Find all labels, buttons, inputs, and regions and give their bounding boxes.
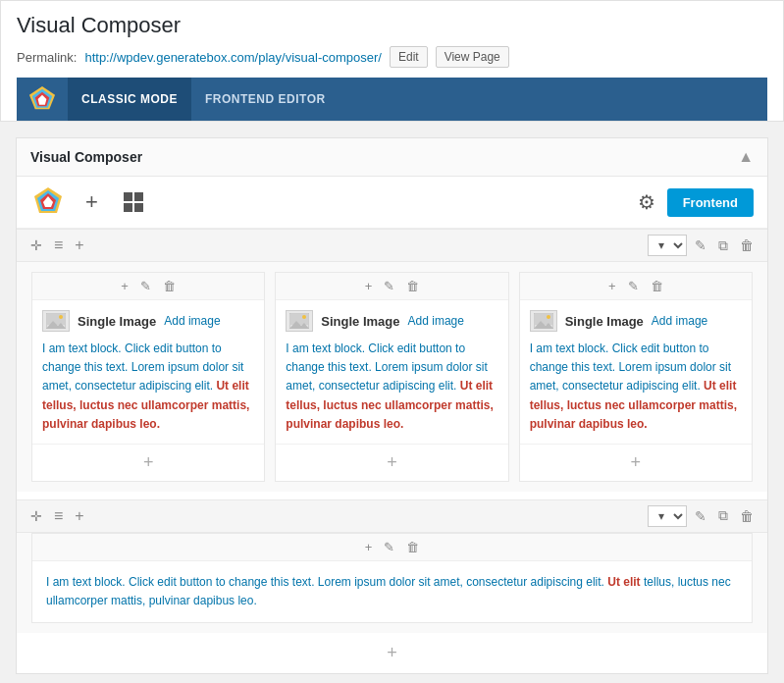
- bottom-add-icon: +: [387, 643, 397, 663]
- vc-toolbar: + ⚙ Frontend: [17, 177, 767, 229]
- col1-element-title: Single Image: [78, 314, 156, 329]
- clone-icon: ⧉: [718, 237, 728, 254]
- vc-logo: [17, 78, 68, 121]
- edit-button[interactable]: Edit: [390, 46, 428, 68]
- row2-list-button[interactable]: ≡: [50, 505, 67, 527]
- col2-add-image-link[interactable]: Add image: [408, 314, 464, 328]
- col3-add-image-link[interactable]: Add image: [652, 314, 707, 328]
- frontend-button[interactable]: Frontend: [667, 188, 754, 217]
- permalink-bar: Permalink: http://wpdev.generatebox.com/…: [17, 46, 767, 68]
- grid-icon: [122, 190, 145, 214]
- svg-point-23: [547, 315, 550, 319]
- columns-container: + ✎ 🗑 Single I: [17, 262, 767, 492]
- grid-layout-button[interactable]: [118, 186, 149, 218]
- row1-controls: ✛ ≡ + ▾ ✎ ⧉ 🗑: [17, 229, 767, 262]
- col2-text-highlight: Ut elit tellus, luctus nec ullamcorper m…: [286, 379, 493, 430]
- image-icon-3: [530, 310, 557, 332]
- col1-edit-button[interactable]: ✎: [137, 278, 154, 294]
- col1-delete-button[interactable]: 🗑: [160, 278, 179, 294]
- col1-add-bottom[interactable]: +: [32, 445, 264, 481]
- edit-icon: ✎: [695, 237, 706, 253]
- col3-element-title: Single Image: [565, 314, 644, 329]
- toolbar-left: +: [30, 184, 149, 220]
- row-move-button[interactable]: ✛: [26, 236, 46, 255]
- vc-panel: Visual Composer ▲ +: [16, 137, 768, 674]
- col2-image-element: Single Image Add image I am text block. …: [276, 300, 507, 445]
- permalink-label: Permalink:: [17, 50, 77, 65]
- column-1: + ✎ 🗑 Single I: [31, 272, 265, 482]
- view-page-button[interactable]: View Page: [436, 46, 509, 68]
- row2-trash-icon: 🗑: [740, 508, 754, 524]
- panel-title: Visual Composer: [30, 149, 142, 165]
- col3-delete-button[interactable]: 🗑: [648, 278, 666, 294]
- row2-move-icon: ✛: [30, 508, 42, 524]
- col1-controls: + ✎ 🗑: [32, 273, 264, 300]
- col3-add-button[interactable]: +: [605, 278, 619, 294]
- svg-rect-8: [124, 192, 132, 201]
- row-list-button[interactable]: ≡: [50, 235, 67, 256]
- col1-image-element: Single Image Add image I am text block. …: [32, 300, 264, 445]
- svg-rect-9: [134, 192, 143, 201]
- row2-clone-button[interactable]: ⧉: [714, 505, 732, 526]
- col3-image-element: Single Image Add image I am text block. …: [520, 300, 752, 445]
- frontend-editor-tab[interactable]: FRONTEND EDITOR: [191, 78, 340, 121]
- col1-add-button[interactable]: +: [118, 278, 131, 294]
- row-add-icon: +: [75, 236, 83, 254]
- add-element-button[interactable]: +: [81, 185, 102, 219]
- page-title: Visual Composer: [17, 13, 767, 38]
- collapse-button[interactable]: ▲: [738, 148, 754, 166]
- row2-add-button[interactable]: +: [71, 505, 87, 527]
- row-add-button[interactable]: +: [71, 235, 87, 256]
- col3-text-content: I am text block. Click edit button to ch…: [530, 340, 742, 434]
- col1-add-image-link[interactable]: Add image: [164, 314, 220, 328]
- gear-icon: ⚙: [638, 190, 655, 214]
- row2-text-highlight: Ut elit: [607, 575, 640, 589]
- settings-button[interactable]: ⚙: [634, 186, 659, 218]
- permalink-url[interactable]: http://wpdev.generatebox.com/play/visual…: [84, 50, 382, 65]
- col3-edit-button[interactable]: ✎: [625, 278, 642, 294]
- row2-edit-button[interactable]: ✎: [691, 506, 710, 526]
- row-dropdown[interactable]: ▾: [648, 235, 687, 256]
- row2-inner-add[interactable]: +: [362, 539, 376, 555]
- col2-add-button[interactable]: +: [362, 278, 376, 294]
- col1-text-content: I am text block. Click edit button to ch…: [42, 340, 254, 434]
- row2-move-button[interactable]: ✛: [26, 506, 46, 526]
- col2-edit-button[interactable]: ✎: [381, 278, 397, 294]
- col3-text-highlight: Ut elit tellus, luctus nec ullamcorper m…: [530, 379, 737, 430]
- col3-element-header: Single Image Add image: [530, 310, 742, 332]
- svg-point-15: [59, 315, 63, 319]
- app-wrapper: Visual Composer Permalink: http://wpdev.…: [0, 0, 784, 674]
- toolbar-right: ⚙ Frontend: [634, 186, 754, 218]
- panel-header: Visual Composer ▲: [17, 138, 767, 177]
- row2-controls: ✛ ≡ + ▾ ✎ ⧉ 🗑: [17, 499, 767, 533]
- row2-inner-delete[interactable]: 🗑: [403, 539, 422, 555]
- col1-element-header: Single Image Add image: [42, 310, 254, 332]
- row-clone-button[interactable]: ⧉: [714, 236, 732, 256]
- row-right-controls: ▾ ✎ ⧉ 🗑: [648, 235, 758, 256]
- row-edit-button[interactable]: ✎: [691, 236, 710, 255]
- row2-delete-button[interactable]: 🗑: [736, 506, 758, 526]
- vc-logo-icon: [26, 83, 58, 115]
- col2-text-content: I am text block. Click edit button to ch…: [286, 340, 497, 434]
- row2-container: + ✎ 🗑 I am text block. Click edit button…: [17, 533, 767, 633]
- row2-list-icon: ≡: [54, 507, 63, 525]
- page-header: Visual Composer Permalink: http://wpdev.…: [0, 0, 784, 122]
- col3-add-bottom[interactable]: +: [520, 445, 752, 481]
- row2-text-content: I am text block. Click edit button to ch…: [32, 561, 752, 622]
- image-icon-1: [42, 310, 70, 332]
- row-delete-button[interactable]: 🗑: [736, 236, 758, 255]
- row2-add-icon: +: [75, 507, 83, 525]
- col2-add-bottom[interactable]: +: [276, 445, 507, 481]
- col2-delete-button[interactable]: 🗑: [403, 278, 422, 294]
- row2-clone-icon: ⧉: [718, 507, 728, 524]
- bottom-add-row[interactable]: +: [17, 633, 767, 673]
- list-icon: ≡: [54, 236, 63, 254]
- svg-rect-11: [134, 203, 143, 212]
- toolbar-vc-logo: [30, 184, 66, 220]
- row2-inner-edit[interactable]: ✎: [381, 539, 397, 555]
- add-icon: +: [85, 189, 98, 215]
- move-icon: ✛: [30, 237, 42, 253]
- row2-dropdown[interactable]: ▾: [648, 505, 687, 527]
- classic-mode-tab[interactable]: CLASSIC MODE: [68, 78, 191, 121]
- trash-icon: 🗑: [740, 237, 754, 253]
